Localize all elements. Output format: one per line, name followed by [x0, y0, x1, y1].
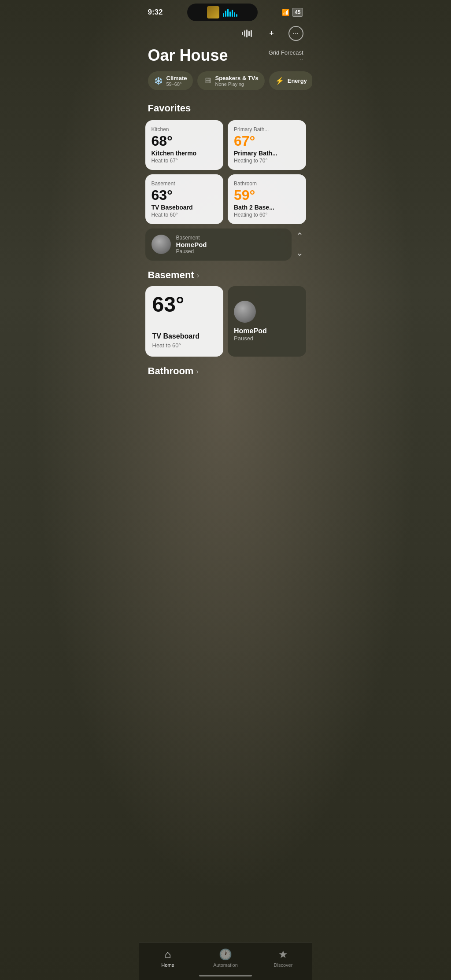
basement-large-temp: 63° — [152, 294, 217, 315]
basement-homepod-status: Paused — [234, 335, 267, 342]
fav-homepod-info: Basement HomePod Paused — [176, 235, 207, 254]
bathroom-section-arrow: › — [196, 368, 198, 376]
siri-bar-4 — [248, 31, 250, 36]
bath2-name: Bath 2 Base... — [234, 204, 300, 211]
basement-thermo-top: 63° — [152, 294, 217, 315]
fav-homepod-name: HomePod — [176, 241, 207, 248]
status-time: 9:32 — [148, 8, 163, 17]
basement-thermo-large-card[interactable]: 63° TV Baseboard Heat to 60° — [145, 286, 224, 357]
basement-thermo-bottom: TV Baseboard Heat to 60° — [152, 329, 217, 349]
basement-homepod-text: HomePod Paused — [234, 327, 267, 342]
siri-bar-2 — [244, 30, 245, 37]
kitchen-status: Heat to 67° — [152, 158, 218, 164]
basement-section-title: Basement — [148, 269, 194, 281]
battery-indicator: 45 — [292, 8, 303, 17]
now-playing-indicator — [187, 4, 258, 21]
grid-forecast-label: Grid Forecast — [269, 49, 303, 56]
basement-large-status: Heat to 60° — [152, 342, 217, 349]
bathroom-section-header[interactable]: Bathroom › — [139, 357, 312, 382]
fav-homepod-icon — [152, 235, 171, 254]
siri-bar-3 — [246, 29, 248, 37]
energy-label: Energy — [288, 77, 307, 84]
basement-tv-status: Heat to 60° — [152, 212, 218, 218]
fav-homepod-status: Paused — [176, 248, 207, 254]
primary-bath-room-label: Primary Bath... — [234, 126, 300, 133]
sound-bar-6 — [234, 12, 235, 17]
home-header: Oar House Grid Forecast -- — [139, 45, 312, 71]
status-bar: 9:32 📶 45 — [139, 0, 312, 22]
add-button[interactable]: + — [264, 26, 280, 41]
sound-wave — [223, 8, 237, 17]
more-button[interactable]: ··· — [288, 26, 303, 41]
energy-pill[interactable]: ⚡ Energy — [269, 71, 312, 90]
climate-icon: ❄️ — [154, 77, 163, 85]
climate-pill-text: Climate 59–68° — [166, 75, 187, 87]
primary-bath-card[interactable]: Primary Bath... 67° Primary Bath... Heat… — [228, 120, 306, 170]
bath2-card[interactable]: Bathroom 59° Bath 2 Base... Heating to 6… — [228, 174, 306, 224]
siri-bar-1 — [242, 32, 243, 35]
basement-section-header[interactable]: Basement › — [139, 261, 312, 286]
basement-homepod-icon — [234, 301, 256, 323]
bath2-temp: 59° — [234, 188, 300, 203]
category-pills: ❄️ Climate 59–68° 🖥 Speakers & TVs None … — [139, 71, 312, 99]
sound-bar-4 — [229, 11, 231, 17]
bathroom-section: Bathroom › — [139, 357, 312, 426]
climate-label: Climate — [166, 75, 187, 81]
favorites-grid: Kitchen 68° Kitchen thermo Heat to 67° P… — [145, 120, 306, 224]
basement-homepod-name: HomePod — [234, 327, 267, 335]
home-title: Oar House — [148, 47, 228, 64]
basement-grid: 63° TV Baseboard Heat to 60° HomePod Pau… — [139, 286, 312, 357]
chevron-up-button[interactable]: ⌃ — [296, 231, 303, 241]
wifi-icon: 📶 — [282, 9, 289, 16]
primary-bath-name: Primary Bath... — [234, 150, 300, 157]
fav-homepod-card[interactable]: Basement HomePod Paused — [145, 228, 292, 261]
speakers-label: Speakers & TVs — [215, 75, 258, 81]
basement-homepod-card[interactable]: HomePod Paused — [228, 286, 306, 357]
siri-wave-icon — [242, 29, 252, 38]
sound-bar-2 — [225, 11, 226, 17]
siri-bar-5 — [251, 30, 252, 37]
sound-bar-1 — [223, 13, 224, 17]
chevron-down-button[interactable]: ⌄ — [296, 247, 303, 258]
bathroom-section-title: Bathroom — [148, 365, 194, 377]
grid-forecast-value: -- — [269, 56, 303, 62]
speakers-icon: 🖥 — [203, 76, 211, 85]
sound-bar-7 — [236, 14, 237, 17]
basement-tv-room-label: Basement — [152, 181, 218, 187]
primary-bath-temp: 67° — [234, 133, 300, 149]
album-art — [207, 6, 219, 18]
speakers-pill-text: Speakers & TVs None Playing — [215, 75, 258, 87]
energy-pill-text: Energy — [288, 77, 307, 84]
grid-forecast: Grid Forecast -- — [269, 47, 303, 62]
favorites-area: Kitchen 68° Kitchen thermo Heat to 67° P… — [139, 120, 312, 261]
speakers-pill[interactable]: 🖥 Speakers & TVs None Playing — [197, 71, 264, 90]
fav-homepod-room: Basement — [176, 235, 207, 241]
kitchen-temp: 68° — [152, 133, 218, 149]
bath2-room-label: Bathroom — [234, 181, 300, 187]
kitchen-thermo-card[interactable]: Kitchen 68° Kitchen thermo Heat to 67° — [145, 120, 224, 170]
kitchen-room-label: Kitchen — [152, 126, 218, 133]
climate-sub: 59–68° — [166, 81, 187, 87]
basement-tv-card[interactable]: Basement 63° TV Baseboard Heat to 60° — [145, 174, 224, 224]
status-right: 📶 45 — [282, 8, 303, 17]
siri-button[interactable] — [239, 26, 255, 41]
action-bar: + ··· — [139, 22, 312, 45]
page-chevrons: ⌃ ⌄ — [296, 231, 306, 258]
basement-large-name: TV Baseboard — [152, 332, 217, 340]
basement-section-arrow: › — [197, 272, 199, 280]
sound-bar-3 — [227, 9, 229, 17]
climate-pill[interactable]: ❄️ Climate 59–68° — [148, 71, 193, 90]
energy-icon: ⚡ — [275, 77, 284, 85]
basement-tv-name: TV Baseboard — [152, 204, 218, 211]
bath2-status: Heating to 60° — [234, 212, 300, 218]
kitchen-name: Kitchen thermo — [152, 150, 218, 157]
primary-bath-status: Heating to 70° — [234, 158, 300, 164]
favorites-label: Favorites — [139, 99, 312, 120]
basement-tv-temp: 63° — [152, 188, 218, 203]
fav-homepod-row: Basement HomePod Paused ⌃ ⌄ — [145, 228, 306, 261]
sound-bar-5 — [232, 10, 233, 17]
speakers-sub: None Playing — [215, 81, 258, 87]
